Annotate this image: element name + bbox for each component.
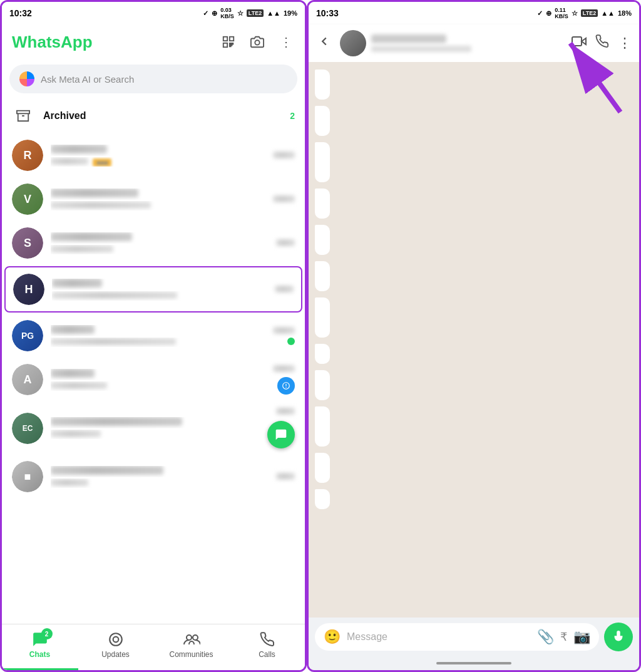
chat-meta-santhosh <box>276 239 295 247</box>
chat-preview-featherbox <box>51 478 269 488</box>
chat-info-arvind <box>51 369 265 391</box>
right-panel: 10:33 ✓ ⊕ 0.11KB/S ☆ LTE2 ▲▲ 18% <box>307 0 641 672</box>
chat-item-rajpreet[interactable]: R ■■■ <box>2 133 305 177</box>
chats-label: Chats <box>29 650 50 659</box>
nav-item-chats[interactable]: 2 Chats <box>2 631 78 659</box>
chat-list: R ■■■ V <box>2 133 305 624</box>
nav-item-updates[interactable]: Updates <box>78 631 153 659</box>
status-icons-right: ✓ ⊕ 0.11KB/S ☆ LTE2 ▲▲ 18% <box>537 7 632 19</box>
chat-name-featherbox <box>51 466 269 477</box>
home-indicator <box>309 656 639 670</box>
chat-meta-arvind <box>273 365 295 395</box>
camera-button[interactable] <box>249 33 266 51</box>
message-1 <box>315 70 330 100</box>
chat-preview-santhosh <box>51 245 269 254</box>
chat-preview-hardik <box>52 291 267 301</box>
archive-icon <box>12 105 34 127</box>
message-input-field[interactable]: 🙂 Message 📎 ₹ 📷 <box>315 623 599 651</box>
chat-contact-avatar <box>340 30 366 56</box>
calls-nav-icon <box>259 631 276 648</box>
chat-meta-emergency <box>267 408 295 448</box>
message-input-bar: 🙂 Message 📎 ₹ 📷 <box>309 618 639 656</box>
nav-item-calls[interactable]: Calls <box>229 631 305 659</box>
qr-scan-button[interactable] <box>220 33 237 51</box>
message-placeholder: Message <box>347 631 531 643</box>
bottom-nav: 2 Chats Updates Communities <box>2 624 305 670</box>
status-bar-right: 10:33 ✓ ⊕ 0.11KB/S ☆ LTE2 ▲▲ 18% <box>309 2 639 24</box>
floating-badge-arvind <box>277 377 295 395</box>
chat-info-emergency <box>51 417 260 439</box>
message-8 <box>315 344 330 364</box>
message-5 <box>315 225 330 255</box>
unread-badge-pgtmed <box>287 338 295 345</box>
time-right: 10:33 <box>316 8 339 18</box>
archived-row[interactable]: Archived 2 <box>2 98 305 133</box>
avatar-arvind: A <box>12 364 43 395</box>
chat-preview-rajpreet: ■■■ <box>51 157 265 167</box>
top-bar-left: WhatsApp ⋮ <box>2 24 305 59</box>
svg-point-6 <box>110 633 122 646</box>
chats-badge: 2 <box>41 628 53 639</box>
camera-input-button[interactable]: 📷 <box>573 629 590 645</box>
updates-label: Updates <box>101 650 130 659</box>
left-panel: 10:32 ✓ ⊕ 0.03KB/S ☆ LTE2 ▲▲ 19% WhatsAp… <box>0 0 307 672</box>
attach-button[interactable]: 📎 <box>537 629 554 645</box>
search-placeholder: Ask Meta AI or Search <box>41 74 134 85</box>
svg-point-8 <box>187 635 192 640</box>
chat-item-emergency[interactable]: EC <box>2 401 305 455</box>
active-tab-indicator <box>2 668 78 670</box>
time-left: 10:32 <box>9 8 32 18</box>
mic-button[interactable] <box>604 623 633 651</box>
rupee-button[interactable]: ₹ <box>560 630 567 644</box>
avatar-emergency: EC <box>12 413 43 444</box>
message-10 <box>315 406 330 447</box>
more-options-button[interactable]: ⋮ <box>277 33 295 51</box>
chat-info-santhosh <box>51 232 269 254</box>
calls-label: Calls <box>259 650 275 659</box>
contact-status <box>371 46 471 52</box>
chat-item-hardik[interactable]: H <box>4 266 302 313</box>
chat-name-arvind <box>51 369 265 380</box>
app-title: WhatsApp <box>12 33 93 52</box>
back-button[interactable] <box>314 32 335 54</box>
chat-info-hardik <box>52 279 267 301</box>
message-2 <box>315 106 330 136</box>
chat-name-pgtmed <box>51 325 265 336</box>
home-bar <box>436 662 511 664</box>
chat-info-pgtmed <box>51 325 265 347</box>
meta-ai-icon <box>19 71 34 86</box>
chat-item-arvind[interactable]: A <box>2 358 305 401</box>
archived-count: 2 <box>290 111 295 121</box>
chat-more-options-button[interactable]: ⋮ <box>618 35 632 51</box>
fab-emergency[interactable] <box>267 421 295 448</box>
communities-nav-icon <box>183 631 200 648</box>
chat-name-santhosh <box>51 232 269 244</box>
message-12 <box>315 489 330 509</box>
chat-name-hardik <box>52 279 267 290</box>
chat-name-emergency <box>51 417 260 428</box>
updates-nav-icon <box>107 631 125 648</box>
chat-item-featherbox[interactable]: ■ <box>2 455 305 499</box>
chat-item-santhosh[interactable]: S <box>2 221 305 265</box>
message-7 <box>315 297 330 338</box>
chat-contact-info <box>371 34 567 52</box>
voice-call-button[interactable] <box>595 34 609 52</box>
chat-info-featherbox <box>51 466 269 488</box>
message-9 <box>315 370 330 400</box>
chat-info-vikas <box>51 189 265 210</box>
search-bar[interactable]: Ask Meta AI or Search <box>9 65 297 93</box>
message-4 <box>315 189 330 219</box>
emoji-button[interactable]: 🙂 <box>324 629 341 645</box>
chat-item-vikas[interactable]: V <box>2 177 305 221</box>
chat-item-pgtmed[interactable]: PG <box>2 314 305 358</box>
chat-top-actions: ⋮ <box>572 34 632 53</box>
avatar-santhosh: S <box>12 227 43 259</box>
chat-messages <box>309 62 639 618</box>
chat-name-vikas <box>51 189 265 200</box>
chat-preview-pgtmed <box>51 338 265 347</box>
svg-rect-4 <box>17 111 29 114</box>
nav-item-communities[interactable]: Communities <box>153 631 229 659</box>
status-icons-left: ✓ ⊕ 0.03KB/S ☆ LTE2 ▲▲ 19% <box>203 7 297 19</box>
svg-point-9 <box>193 635 198 640</box>
video-call-button[interactable] <box>572 34 587 53</box>
